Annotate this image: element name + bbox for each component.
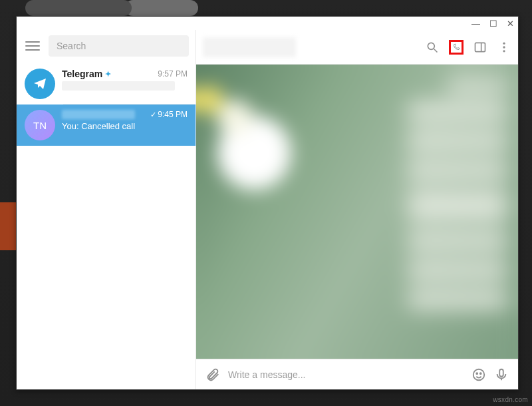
microphone-icon[interactable] [494,367,509,382]
paper-plane-icon [32,76,48,92]
message-input[interactable]: Write a message... [228,369,464,380]
paperclip-icon[interactable] [205,367,220,382]
sidebar-header: Search [17,30,196,63]
smile-icon[interactable] [471,367,486,382]
chat-item-time: ✓9:45 PM [150,110,188,119]
chat-item-preview [62,81,175,91]
search-icon[interactable] [425,40,440,55]
window-minimize-button[interactable]: — [471,19,480,28]
chat-item-body: Telegram ✦ 9:57 PM [62,69,188,91]
svg-point-0 [428,43,434,49]
conversation-title[interactable] [203,37,296,57]
menu-icon[interactable] [23,39,42,53]
redacted-name [62,110,135,119]
svg-point-4 [503,42,505,44]
conversation-header [196,30,518,65]
chat-item-name: Telegram ✦ [62,69,111,79]
conversation-pane: Write a message... [196,30,518,389]
header-actions [425,40,511,55]
chat-item-body: ✓9:45 PM You: Cancelled call [62,110,188,131]
svg-point-6 [503,50,505,52]
blurred-messages [408,78,507,309]
sidebar: Search Telegram ✦ 9:57 PM [17,30,196,389]
window-close-button[interactable]: ✕ [507,19,514,28]
avatar [25,69,55,99]
time-label: 9:45 PM [158,110,188,119]
svg-rect-2 [475,43,485,51]
message-composer: Write a message... [196,359,518,389]
phone-icon[interactable] [449,40,464,55]
chat-name-label: Telegram [62,69,102,79]
svg-point-7 [473,369,485,380]
read-check-icon: ✓ [150,110,156,118]
avatar: TN [25,110,55,140]
svg-point-9 [480,373,481,374]
window-titlebar: — ☐ ✕ [17,17,518,30]
search-input[interactable]: Search [49,35,189,57]
window-maximize-button[interactable]: ☐ [489,19,497,28]
app-window: — ☐ ✕ Search Telegram [16,16,519,390]
watermark: wsxdn.com [493,396,528,403]
svg-point-8 [476,373,477,374]
bg-cloud [25,0,132,16]
svg-point-5 [503,46,505,48]
verified-badge-icon: ✦ [105,70,111,79]
side-panel-icon[interactable] [473,40,487,55]
chat-list-item-telegram[interactable]: Telegram ✦ 9:57 PM [17,63,196,104]
messages-area[interactable] [196,65,518,359]
chat-item-name [62,110,135,119]
chat-item-preview: You: Cancelled call [62,121,188,131]
chat-item-time: 9:57 PM [158,69,188,79]
app-body: Search Telegram ✦ 9:57 PM [17,30,518,389]
more-vertical-icon[interactable] [497,40,511,55]
chat-list-item-selected[interactable]: TN ✓9:45 PM You: Cancelled call [17,104,196,146]
svg-rect-10 [499,369,503,376]
svg-line-1 [434,49,438,52]
bg-cloud [125,0,198,16]
